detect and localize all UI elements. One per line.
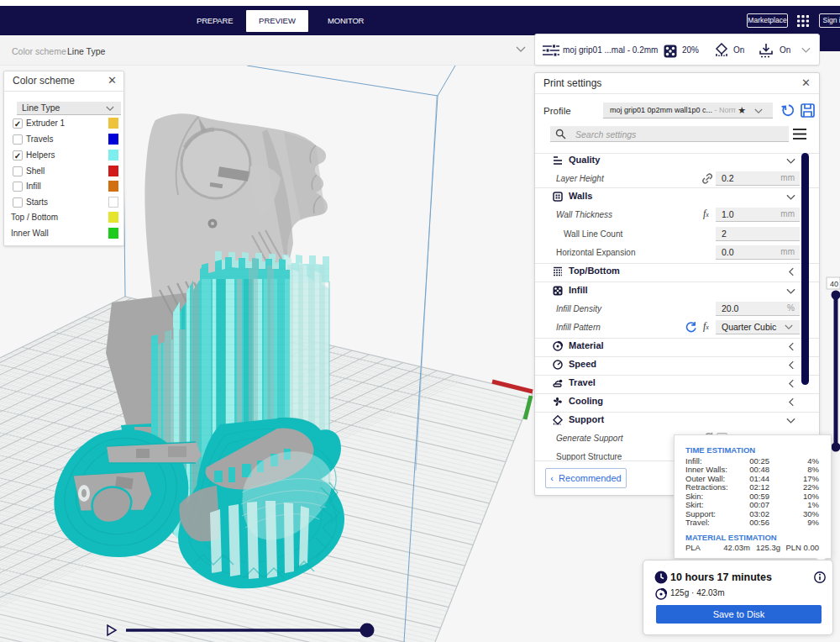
svg-text:40: 40 — [830, 280, 838, 288]
